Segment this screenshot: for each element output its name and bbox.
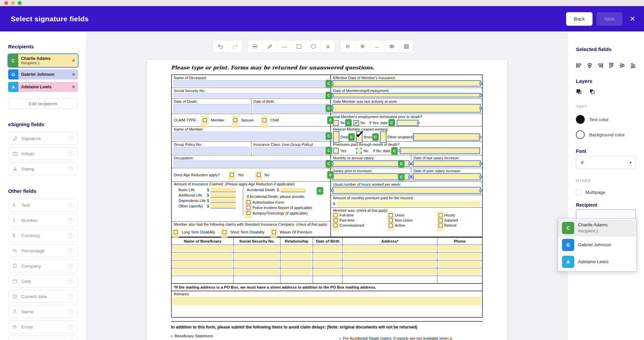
- checkbox-highlight[interactable]: [233, 118, 237, 122]
- align-right-icon[interactable]: [598, 63, 603, 68]
- checkbox-highlight[interactable]: [272, 230, 276, 234]
- maximize-traffic-light[interactable]: [18, 1, 22, 5]
- checkbox-highlight[interactable]: [247, 200, 251, 204]
- multipage-checkbox[interactable]: [576, 189, 582, 195]
- help-icon[interactable]: ?: [68, 151, 74, 157]
- background-color-control[interactable]: Background color: [576, 130, 636, 139]
- recipient-field-badge[interactable]: C: [372, 133, 379, 141]
- checkbox-highlight[interactable]: [257, 173, 261, 177]
- placed-checkbox-field-checked[interactable]: [353, 120, 359, 126]
- placed-text-field[interactable]: C: [173, 80, 329, 87]
- close-traffic-light[interactable]: [4, 1, 8, 5]
- checkbox-highlight[interactable]: [439, 224, 443, 227]
- checkbox-highlight[interactable]: [223, 230, 227, 234]
- checkbox-highlight[interactable]: [389, 219, 393, 222]
- remove-recipient-icon[interactable]: ✕: [72, 58, 75, 63]
- field-button-initials[interactable]: Initials ?: [8, 147, 78, 160]
- recipient-field-badge[interactable]: C: [325, 132, 332, 140]
- field-button-number[interactable]: 1 Number ?: [8, 214, 78, 227]
- placed-text-field[interactable]: [173, 147, 250, 154]
- minimize-traffic-light[interactable]: [11, 1, 15, 5]
- placed-date-field-selected[interactable]: [332, 80, 481, 87]
- placed-date-field-selected[interactable]: [413, 160, 481, 167]
- next-button[interactable]: Next: [597, 12, 622, 26]
- background-color-swatch[interactable]: [576, 130, 585, 139]
- send-to-back-icon[interactable]: [589, 89, 596, 95]
- resize-handle[interactable]: [398, 150, 401, 152]
- field-button-text[interactable]: A Text ?: [8, 199, 78, 211]
- placed-text-field[interactable]: C: [173, 93, 329, 97]
- placed-date-field-selected[interactable]: [413, 173, 481, 180]
- placed-text-field[interactable]: [173, 246, 232, 251]
- resize-handle[interactable]: [479, 94, 482, 97]
- help-icon[interactable]: ?: [68, 233, 74, 239]
- recipient-field-badge[interactable]: C: [345, 119, 352, 127]
- placed-currency-field-selected[interactable]: C: [332, 173, 410, 180]
- placed-checkbox-field[interactable]: [356, 148, 362, 154]
- resize-handle[interactable]: [417, 121, 420, 124]
- placed-date-field-selected[interactable]: [332, 93, 481, 97]
- redo-icon[interactable]: [228, 40, 242, 52]
- checkbox-highlight[interactable]: [334, 224, 338, 227]
- field-button-signature[interactable]: Signature ?: [8, 132, 78, 145]
- field-button-currency[interactable]: $ Currency ?: [8, 229, 78, 242]
- checkbox-highlight[interactable]: [439, 213, 443, 217]
- placed-text-field-selected[interactable]: [413, 133, 480, 141]
- rectangle-tool-icon[interactable]: [291, 40, 306, 52]
- recipient-field-badge[interactable]: C: [398, 173, 405, 181]
- resize-handle[interactable]: [479, 136, 481, 138]
- help-icon[interactable]: ?: [68, 324, 74, 330]
- align-top-icon[interactable]: [608, 63, 614, 68]
- align-middle-vertical-icon[interactable]: [619, 63, 625, 68]
- checkbox-highlight[interactable]: [247, 206, 251, 209]
- fit-width-icon[interactable]: ↔: [370, 40, 384, 52]
- placed-checkbox-field[interactable]: [333, 131, 339, 143]
- placed-currency-field[interactable]: [211, 199, 236, 203]
- field-button-current-date[interactable]: Current date ?: [8, 290, 78, 303]
- resize-handle[interactable]: [479, 176, 482, 178]
- recipient-field-badge[interactable]: C: [327, 116, 334, 124]
- undo-icon[interactable]: [213, 40, 228, 52]
- recipient-field-badge[interactable]: C: [325, 91, 332, 99]
- checkbox-highlight[interactable]: [247, 211, 251, 215]
- help-icon[interactable]: ?: [68, 136, 74, 141]
- placed-currency-field[interactable]: [211, 204, 236, 208]
- placed-text-field[interactable]: [173, 104, 250, 113]
- checkbox-highlight[interactable]: [389, 213, 393, 217]
- placed-text-field[interactable]: C: [253, 147, 329, 154]
- recipient-field-badge[interactable]: C: [325, 160, 332, 168]
- remove-recipient-icon[interactable]: ✕: [72, 85, 75, 89]
- edit-recipients-button[interactable]: Edit recipients: [8, 98, 78, 109]
- field-button-name[interactable]: Name ?: [8, 305, 78, 318]
- recipient-field-badge[interactable]: C: [388, 119, 395, 127]
- field-button-percentage[interactable]: % Percentage ?: [8, 244, 78, 257]
- placed-text-field[interactable]: C: [173, 160, 329, 167]
- dropdown-item-adelaine[interactable]: A Adelaine Lewis: [558, 253, 637, 270]
- checkbox-highlight[interactable]: [174, 230, 178, 234]
- resize-handle[interactable]: [412, 136, 414, 138]
- font-size-select[interactable]: 9 ▾: [576, 156, 636, 169]
- resize-handle[interactable]: [331, 189, 334, 192]
- resize-handle[interactable]: [479, 107, 482, 110]
- zoom-out-icon[interactable]: ⊖: [340, 40, 355, 52]
- field-button-phone[interactable]: Phone ?: [8, 336, 78, 340]
- placed-date-field-selected[interactable]: [332, 104, 481, 113]
- recipient-field-badge[interactable]: C: [325, 80, 332, 88]
- resize-handle[interactable]: [479, 82, 482, 85]
- checkbox-highlight[interactable]: [230, 173, 234, 177]
- recipient-field-badge[interactable]: C: [316, 187, 324, 195]
- recipient-field-badge[interactable]: C: [325, 146, 332, 155]
- placed-checkbox-field[interactable]: ✓: [356, 131, 362, 143]
- zoom-in-icon[interactable]: ⊕: [355, 40, 370, 52]
- text-tool-icon[interactable]: A: [320, 40, 335, 52]
- recipient-chip-charlie[interactable]: C Charlie Adams Recipient 1 ✕: [8, 54, 78, 67]
- placed-currency-field[interactable]: [281, 188, 306, 192]
- back-button[interactable]: Back: [566, 12, 593, 26]
- align-bottom-icon[interactable]: [630, 63, 636, 68]
- checkbox-highlight[interactable]: [263, 118, 267, 122]
- resize-handle[interactable]: [408, 162, 411, 165]
- checkbox-highlight[interactable]: [334, 219, 338, 222]
- placed-date-field-selected[interactable]: [397, 120, 418, 126]
- placed-currency-field[interactable]: [211, 188, 236, 192]
- resize-handle[interactable]: [408, 176, 411, 178]
